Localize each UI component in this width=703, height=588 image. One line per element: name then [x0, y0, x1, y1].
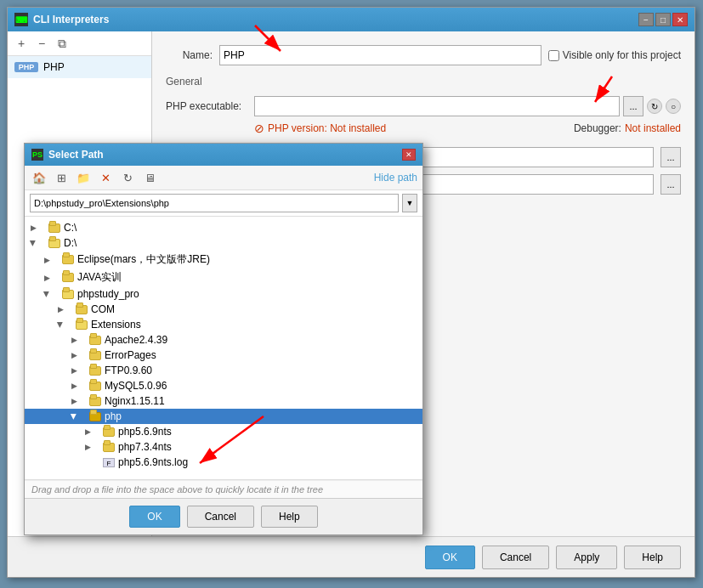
copy-interpreter-button[interactable]: ⧉	[54, 35, 71, 52]
name-label: Name:	[166, 49, 213, 61]
status-row: ⊘ PHP version: Not installed Debugger: N…	[166, 122, 681, 135]
hide-path-link[interactable]: Hide path	[374, 172, 417, 184]
tree-item-label: php	[105, 410, 122, 422]
tree-item-label: MySQL5.0.96	[105, 380, 167, 392]
add-interpreter-button[interactable]: +	[13, 35, 30, 52]
tree-item-mysql[interactable]: ▶ MySQL5.0.96	[25, 378, 422, 393]
tree-item-label: Nginx1.15.11	[105, 395, 165, 407]
php-exe-label: PHP executable:	[166, 100, 251, 112]
folder-icon	[89, 397, 101, 406]
tree-item-label: php5.6.9nts	[118, 426, 172, 438]
debugger-label: Debugger:	[574, 122, 621, 134]
grid-button[interactable]: ⊞	[52, 169, 71, 186]
tree-item-php[interactable]: ▶ php	[25, 409, 422, 424]
name-row: Name: Visible only for this project	[166, 45, 681, 65]
tree-item-com[interactable]: ▶ COM	[25, 302, 422, 317]
tree-arrow: ▶	[28, 238, 38, 248]
tree-item-ftp[interactable]: ▶ FTP0.9.60	[25, 363, 422, 378]
tree-item-nginx[interactable]: ▶ Nginx1.15.11	[25, 393, 422, 409]
dialog-help-button[interactable]: Help	[261, 506, 318, 528]
file-tree[interactable]: ▶ C:\ ▶ D:\ ▶ Eclipse(mars，中文版带JRE) ▶ JA…	[25, 217, 422, 480]
tree-arrow: ▶	[69, 381, 79, 391]
php-exe-refresh-button[interactable]: ↻	[647, 99, 662, 114]
tree-item-label: JAVA实训	[77, 270, 122, 285]
tree-item-eclipse[interactable]: ▶ Eclipse(mars，中文版带JRE)	[25, 251, 422, 269]
folder-icon	[89, 412, 101, 421]
drag-hint: Drag and drop a file into the space abov…	[25, 480, 422, 498]
dialog-toolbar: 🏠 ⊞ 📁 ✕ ↻ 🖥 Hide path	[25, 166, 422, 190]
tree-arrow: ▶	[42, 255, 52, 265]
visible-checkbox[interactable]	[548, 50, 559, 61]
interpreter-name: PHP	[43, 61, 65, 73]
general-section-label: General	[166, 76, 681, 88]
tree-item-label: Extensions	[91, 319, 141, 331]
tree-item-d[interactable]: ▶ D:\	[25, 235, 422, 251]
maximize-button[interactable]: □	[655, 13, 671, 26]
folder-icon	[103, 427, 115, 437]
tree-item-extensions[interactable]: ▶ Extensions	[25, 317, 422, 332]
tree-item-c[interactable]: ▶ C:\	[25, 220, 422, 235]
title-bar-controls: − □ ✕	[638, 13, 688, 26]
tree-item-php569[interactable]: ▶ php5.6.9nts	[25, 424, 422, 439]
visible-checkbox-label[interactable]: Visible only for this project	[548, 49, 681, 61]
desktop-button[interactable]: 🖥	[140, 169, 159, 186]
additional-browse-2[interactable]: ...	[660, 174, 681, 195]
additional-browse-1[interactable]: ...	[660, 147, 681, 167]
delete-button[interactable]: ✕	[96, 169, 115, 186]
main-title-text: CLI Interpreters	[33, 14, 109, 25]
php-exe-input[interactable]	[254, 96, 620, 116]
tree-arrow: ▶	[28, 223, 38, 233]
dialog-title-bar: PS Select Path ✕	[25, 144, 422, 166]
folder-icon	[62, 290, 74, 299]
tree-arrow: ▶	[69, 365, 79, 376]
folder-icon	[89, 336, 101, 345]
minimize-button[interactable]: −	[638, 13, 654, 26]
tree-arrow: ▶	[69, 335, 79, 345]
tree-item-errorpages[interactable]: ▶ ErrorPages	[25, 348, 422, 363]
close-button[interactable]: ✕	[672, 13, 688, 26]
tree-item-phpstudy[interactable]: ▶ phpstudy_pro	[25, 286, 422, 302]
tree-item-label: FTP0.9.60	[105, 365, 152, 376]
home-button[interactable]: 🏠	[30, 169, 48, 186]
left-toolbar: + − ⧉	[8, 31, 151, 56]
cancel-button[interactable]: Cancel	[482, 546, 549, 569]
dialog-bottom: OK Cancel Help	[25, 498, 422, 534]
debugger-status: Not installed	[625, 122, 681, 134]
tree-item-apache[interactable]: ▶ Apache2.4.39	[25, 332, 422, 348]
tree-item-label: Apache2.4.39	[105, 334, 167, 346]
refresh-button[interactable]: ↻	[118, 169, 137, 186]
bottom-bar: OK Cancel Apply Help	[8, 536, 694, 577]
dialog-ok-button[interactable]: OK	[129, 506, 179, 528]
help-button[interactable]: Help	[624, 546, 681, 569]
folder-icon	[48, 223, 60, 233]
tree-item-label: php7.3.4nts	[118, 441, 172, 453]
path-input[interactable]	[30, 194, 399, 212]
dialog-toolbar-left: 🏠 ⊞ 📁 ✕ ↻ 🖥	[30, 169, 159, 186]
interpreter-item-php[interactable]: PHP PHP	[8, 56, 151, 78]
apply-button[interactable]: Apply	[556, 546, 617, 569]
tree-arrow: ▶	[42, 273, 52, 283]
title-bar-left: ⌨ CLI Interpreters	[14, 13, 109, 26]
tree-arrow: ▶	[55, 319, 65, 330]
dialog-cancel-button[interactable]: Cancel	[187, 506, 254, 528]
new-folder-button[interactable]: 📁	[74, 169, 93, 186]
status-right: Debugger: Not installed	[574, 122, 681, 134]
tree-arrow: ▶	[55, 304, 65, 314]
tree-item-java[interactable]: ▶ JAVA实训	[25, 269, 422, 286]
tree-item-label: ErrorPages	[105, 349, 156, 361]
name-input[interactable]	[219, 45, 541, 65]
remove-interpreter-button[interactable]: −	[33, 35, 50, 52]
tree-item-php-log[interactable]: ▶ F php5.6.9nts.log	[25, 455, 422, 470]
main-title-bar: ⌨ CLI Interpreters − □ ✕	[8, 8, 694, 31]
path-dropdown-button[interactable]: ▼	[402, 194, 417, 212]
php-version-status: PHP version: Not installed	[268, 122, 386, 134]
dialog-title-text: Select Path	[48, 149, 104, 161]
dialog-close-button[interactable]: ✕	[402, 149, 416, 161]
folder-icon	[103, 443, 115, 452]
tree-item-php734[interactable]: ▶ php7.3.4nts	[25, 439, 422, 455]
tree-arrow: ▶	[82, 427, 93, 437]
ok-button[interactable]: OK	[425, 546, 475, 569]
php-exe-browse-button[interactable]: ...	[623, 96, 643, 116]
php-exe-clear-button[interactable]: ○	[666, 99, 681, 114]
tree-arrow: ▶	[82, 442, 93, 452]
